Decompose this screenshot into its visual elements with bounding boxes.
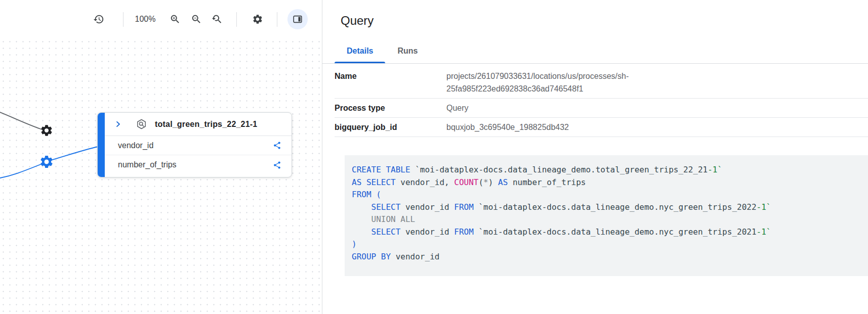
property-table: Name projects/261079033631/locations/us/… [322, 64, 868, 137]
toolbar-divider [277, 12, 277, 27]
property-row-process-type: Process type Query [335, 99, 868, 118]
zoom-reset-icon [211, 14, 222, 25]
zoom-level-label: 100% [135, 15, 156, 24]
settings-button[interactable] [247, 9, 268, 29]
details-panel: Query Details Runs Name projects/2610790… [322, 0, 868, 314]
process-node-gear[interactable] [40, 124, 54, 138]
toolbar-divider [123, 12, 123, 27]
side-panel-icon [292, 14, 303, 25]
lineage-table-node[interactable]: total_green_trips_22_21-1 vendor_id numb… [97, 112, 292, 177]
zoom-in-icon [170, 14, 181, 25]
bigquery-icon [136, 118, 147, 130]
gear-icon [252, 14, 263, 25]
lineage-share-icon[interactable] [273, 161, 281, 169]
property-value: bquxjob_3c69540e_198825db432 [446, 121, 569, 133]
zoom-out-button[interactable] [186, 9, 206, 29]
chevron-right-icon[interactable] [114, 120, 122, 128]
canvas-toolbar: 100% [0, 0, 322, 38]
zoom-reset-button[interactable] [206, 9, 227, 29]
property-label: Name [335, 70, 446, 82]
zoom-in-button[interactable] [165, 9, 185, 29]
history-button[interactable] [89, 9, 109, 29]
property-label: Process type [335, 102, 446, 114]
gear-icon [39, 154, 54, 169]
tab-runs[interactable]: Runs [385, 38, 430, 63]
gear-icon [40, 124, 54, 138]
panel-title: Query [322, 0, 868, 28]
node-field-vendor-id[interactable]: vendor_id [105, 136, 292, 155]
panel-tabs: Details Runs [322, 38, 868, 64]
sql-code: CREATE TABLE `moi-dataplex-docs.data_lin… [352, 164, 856, 263]
field-label: number_of_trips [118, 160, 177, 169]
node-accent-bar [98, 113, 105, 177]
property-value: projects/261079033631/locations/us/proce… [446, 70, 732, 95]
process-node-gear-selected[interactable] [39, 154, 54, 169]
property-value: Query [446, 102, 469, 114]
property-row-name: Name projects/261079033631/locations/us/… [335, 64, 868, 99]
zoom-out-icon [191, 14, 202, 25]
property-row-bigquery-job-id: bigquery_job_id bquxjob_3c69540e_198825d… [335, 118, 868, 137]
sql-query-block: CREATE TABLE `moi-dataplex-docs.data_lin… [345, 155, 868, 276]
toggle-side-panel-button[interactable] [287, 9, 308, 29]
lineage-share-icon[interactable] [273, 141, 281, 150]
node-header[interactable]: total_green_trips_22_21-1 [105, 113, 292, 136]
property-label: bigquery_job_id [335, 121, 446, 133]
lineage-canvas[interactable]: 100% [0, 0, 322, 314]
toolbar-divider [236, 12, 237, 27]
data-lineage-app: 100% [0, 0, 868, 314]
node-field-number-of-trips[interactable]: number_of_trips [105, 155, 292, 174]
field-label: vendor_id [118, 141, 153, 150]
history-icon [93, 14, 104, 25]
node-title: total_green_trips_22_21-1 [155, 120, 257, 129]
tab-details[interactable]: Details [335, 38, 385, 63]
